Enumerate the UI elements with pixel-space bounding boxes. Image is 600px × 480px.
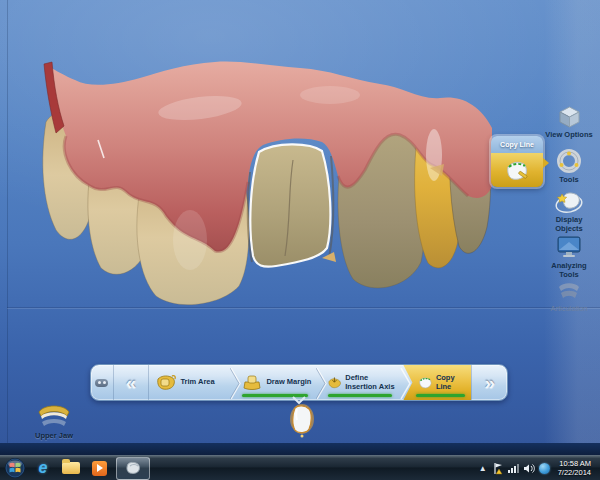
file-explorer-button[interactable]	[58, 457, 84, 480]
application-window: Copy Line View Options	[0, 0, 600, 480]
eye-icon	[95, 379, 108, 387]
model-viewport[interactable]: Copy Line View Options	[0, 0, 600, 443]
sidebar-item-label: Analyzing Tools	[544, 262, 594, 279]
workflow-step-define-insertion-axis[interactable]: Define Insertion Axis	[321, 365, 405, 400]
sidebar-item-display-objects[interactable]: Display Objects	[544, 188, 594, 233]
copy-line-tooth-icon	[504, 159, 530, 181]
selected-tooth-indicator[interactable]	[288, 403, 316, 439]
gum-gloss	[300, 86, 360, 104]
tray-update-icon[interactable]	[539, 463, 550, 474]
draw-margin-icon	[241, 373, 263, 392]
sidebar-item-label: Articulation	[550, 305, 587, 314]
sidebar-item-label: Display Objects	[544, 216, 594, 233]
taskbar-clock[interactable]: 10:58 AM 7/22/2014	[554, 459, 595, 477]
trim-area-icon	[155, 373, 177, 392]
sidebar-item-tools[interactable]: Tools	[544, 149, 594, 185]
workflow-steps: Trim Area Draw Margin Define Insertio	[149, 365, 471, 400]
workflow-step-trim-area[interactable]: Trim Area	[149, 365, 235, 400]
prepared-tooth	[250, 144, 330, 266]
copy-line-step-icon	[417, 373, 432, 392]
workflow-back-button[interactable]: «	[114, 365, 150, 400]
window-bottom-strip	[0, 443, 600, 455]
volume-icon[interactable]	[523, 463, 535, 474]
upper-jaw-icon	[34, 400, 74, 430]
dental-app-taskbar-button[interactable]	[116, 457, 150, 480]
copy-line-popup[interactable]: Copy Line	[491, 136, 543, 187]
define-insertion-axis-icon	[327, 373, 342, 392]
dental-app-icon	[124, 460, 142, 476]
step-label: Copy Line	[436, 374, 462, 391]
internet-explorer-icon: e	[39, 459, 48, 477]
network-icon[interactable]	[508, 464, 519, 473]
sidebar-item-view-options[interactable]: View Options	[544, 105, 594, 140]
sidebar-item-label: View Options	[545, 131, 592, 140]
windows-taskbar: e ▲ 1	[0, 455, 600, 480]
workflow-step-copy-line[interactable]: Copy Line	[403, 365, 471, 400]
workflow-step-draw-margin[interactable]: Draw Margin	[235, 365, 321, 400]
windows-start-icon	[5, 458, 25, 478]
view-options-cube-icon	[557, 105, 582, 129]
articulation-icon	[555, 279, 583, 303]
clock-time: 10:58 AM	[559, 459, 591, 468]
sidebar-item-label: Tools	[559, 176, 578, 185]
jaw-selector-label: Upper Jaw	[35, 431, 73, 440]
tooth-gloss	[173, 210, 207, 270]
copy-line-popup-body[interactable]	[491, 153, 543, 187]
analyzing-tools-icon	[555, 234, 583, 260]
sidebar-item-articulation: Articulation	[544, 279, 594, 314]
workflow-forward-button[interactable]: »	[471, 365, 507, 400]
copy-line-popup-title: Copy Line	[491, 136, 543, 153]
folder-icon	[62, 462, 80, 474]
step-completed-indicator	[416, 394, 465, 397]
system-tray: ▲ 10:58 AM 7/22/2014	[477, 456, 600, 480]
show-hidden-icons-button[interactable]: ▲	[477, 464, 489, 473]
action-center-flag-icon[interactable]	[493, 462, 504, 475]
clock-date: 7/22/2014	[558, 468, 591, 477]
sidebar-item-analyzing-tools[interactable]: Analyzing Tools	[544, 234, 594, 279]
step-completed-indicator	[328, 394, 392, 397]
step-label: Define Insertion Axis	[345, 374, 395, 391]
step-label: Trim Area	[180, 378, 214, 387]
start-button[interactable]	[2, 457, 28, 480]
workflow-visibility-button[interactable]	[91, 365, 114, 400]
tools-ring-icon	[556, 149, 582, 174]
display-objects-icon	[554, 188, 584, 214]
jaw-selector-upper-jaw[interactable]: Upper Jaw	[28, 400, 80, 440]
internet-explorer-button[interactable]: e	[30, 457, 56, 480]
media-player-button[interactable]	[86, 457, 112, 480]
step-label: Draw Margin	[266, 378, 311, 387]
media-player-icon	[92, 461, 107, 476]
